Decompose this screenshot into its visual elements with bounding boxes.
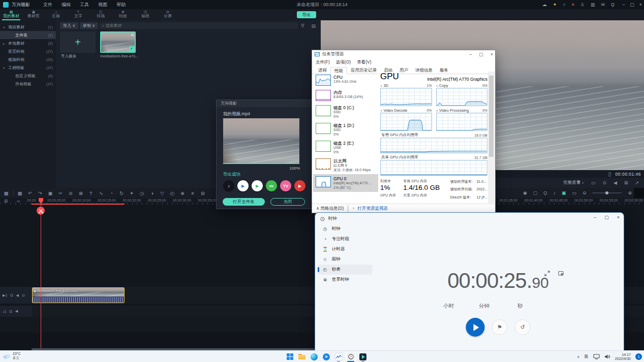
toolbar-right-icon[interactable]: Ϙ (543, 190, 547, 195)
track-header-icon[interactable]: ♪1 (3, 310, 6, 313)
collapse-details[interactable]: ∧ 简略信息(D) (316, 206, 344, 212)
track-header-icon[interactable]: ▶1 (3, 293, 7, 298)
toolbar-icon[interactable]: ▽ (159, 190, 165, 196)
toolbar-icon[interactable]: T (88, 190, 94, 196)
clock-nav-item[interactable]: ⊕ 世界时钟 (318, 275, 373, 285)
track-header-icon[interactable]: ◀ (16, 293, 19, 298)
menu-item[interactable]: 文件(F) (316, 59, 330, 65)
toolbar-right-icon[interactable]: ♪ (553, 190, 556, 195)
weather-widget[interactable]: 23°C 多云 (3, 352, 21, 360)
sidebar-item[interactable]: 视频样例 (20) (0, 55, 56, 63)
filmora-button[interactable] (357, 351, 369, 362)
minimize-button[interactable]: – (469, 50, 472, 58)
preview-icon[interactable]: ⊞ (624, 180, 628, 185)
ruler-left-icon[interactable]: ⊞ (4, 199, 8, 204)
toolbar-icon[interactable]: ↷ (37, 190, 43, 196)
toolbar-icon[interactable]: ↶ (27, 190, 33, 196)
perf-sidebar-item[interactable]: 内存 8.8/63.3 GB (14%) (313, 88, 378, 103)
track-header-icon[interactable]: Ω (9, 310, 12, 313)
close-button[interactable]: × (639, 0, 642, 9)
minimize-button[interactable]: – (594, 215, 596, 220)
titlebar-icon[interactable]: ♙ (580, 0, 585, 9)
perf-sidebar-item[interactable]: 磁盘 1 (D:) SSD 0% (313, 121, 378, 139)
perf-sidebar-item[interactable]: 以太网 以太网 6 发送: 0 接收: 16.0 Kbps (313, 156, 378, 174)
share-icon[interactable]: ▶ (237, 180, 249, 191)
sidebar-item[interactable]: ▾ 项目素材 (1) (0, 23, 56, 31)
toolbar-icon[interactable]: ↻ (118, 190, 125, 196)
network-icon[interactable] (593, 354, 600, 359)
pip-icon[interactable] (558, 271, 564, 276)
clock-nav-item[interactable]: ◴ 秒表 (318, 265, 373, 275)
share-icon[interactable]: TV (280, 180, 291, 191)
lap-flag-button[interactable]: ⚑ (492, 319, 508, 335)
sidebar-item[interactable]: ▸ 本地素材 (0) (0, 39, 56, 47)
perf-sidebar-item[interactable]: CPU 13% 4.61 GHz (313, 73, 378, 88)
preview-icon[interactable]: ⊙ (602, 180, 606, 185)
track-header-icon[interactable]: ◀ (15, 309, 18, 313)
sidebar-item[interactable]: 背景样例 (27) (0, 47, 56, 55)
asset-tab[interactable]: ▣ 素材库 (22, 9, 45, 20)
titlebar-icon[interactable]: Ϙ (611, 0, 615, 9)
export-button[interactable]: 导出 (297, 11, 316, 18)
clock-nav-item[interactable]: ◔ 专注时段 (318, 234, 373, 244)
perf-sidebar-item[interactable]: 磁盘 0 (C:) SSD 0% (313, 103, 378, 121)
share-icon[interactable]: ♪ (223, 180, 234, 191)
asset-tab[interactable]: ⊟ 分屏 (157, 9, 179, 20)
task-manager-button[interactable] (332, 351, 345, 362)
share-icon[interactable]: ▶ (294, 180, 305, 191)
filter-icon[interactable]: ∇ (301, 23, 304, 28)
toolbar-icon[interactable]: ▦ (17, 190, 23, 196)
notification-badge[interactable]: 1 (635, 353, 642, 360)
asset-tab[interactable]: T 文字 (67, 9, 89, 20)
menu-item[interactable]: 查看(V) (357, 59, 371, 65)
timeline-clip[interactable]: ▶ mediastorm-free-a7s2-013... (32, 287, 125, 303)
toolbar-icon[interactable]: ∿ (98, 190, 104, 196)
track-header-icon[interactable]: Ω (10, 293, 13, 297)
toolbar-right-icon[interactable]: ▭ (572, 190, 576, 195)
titlebar-icon[interactable]: ○ (563, 0, 565, 9)
maximize-button[interactable]: ▢ (604, 215, 609, 220)
preview-icon[interactable]: ▭ (591, 180, 596, 185)
toolbar-icon[interactable]: ⊕ (179, 190, 186, 196)
toolbar-icon[interactable]: ◑ (149, 190, 155, 196)
asset-tab[interactable]: ◳ 贴纸 (134, 9, 157, 20)
sidebar-item[interactable]: ▾ 工程模板 (37) (0, 63, 56, 72)
toolbar-icon[interactable]: ⊞ (78, 190, 84, 196)
toolbar-icon[interactable]: ◔ (108, 190, 114, 196)
mark-icon[interactable]: } (610, 172, 611, 177)
reset-button[interactable]: ↺ (515, 319, 531, 335)
import-button[interactable]: 导入 ∨ (60, 22, 78, 29)
maximize-button[interactable]: ▢ (479, 50, 483, 58)
toolbar-icon[interactable]: ▣ (47, 190, 53, 196)
asset-tab[interactable]: ◫ 转场 (89, 9, 112, 20)
grid-view-icon[interactable]: ▦ (3, 190, 9, 196)
file-explorer-button[interactable] (296, 351, 308, 362)
menu-item[interactable]: 工具 (80, 2, 89, 8)
close-button[interactable]: × (490, 50, 493, 58)
toolbar-icon[interactable]: ⊘ (68, 190, 74, 196)
menu-item[interactable]: 编辑 (62, 2, 71, 8)
playhead-line[interactable] (41, 198, 41, 348)
tray-clock[interactable]: 14:17 2022/9/30 (615, 353, 631, 361)
clock-nav-item[interactable]: ⍾ 闹钟 (318, 254, 373, 265)
asset-tab[interactable]: ✻ 特效 (112, 9, 134, 20)
perf-sidebar-item[interactable]: 磁盘 2 (E:) USB 0% (313, 139, 378, 156)
track-header-icon[interactable]: ⊙ (22, 293, 25, 298)
sidebar-item[interactable]: 所有模板 (37) (0, 80, 56, 88)
volume-icon[interactable] (604, 354, 610, 359)
preview-icon[interactable]: ↗ (635, 180, 639, 185)
close-dialog-button[interactable]: 关闭 (270, 198, 305, 206)
titlebar-icon[interactable]: ☁ (542, 0, 547, 9)
share-icon[interactable]: ▶ (252, 180, 263, 191)
record-button[interactable]: 录制 ∨ (80, 22, 98, 29)
clock-nav-item[interactable]: ⌛ 计时器 (318, 244, 373, 254)
titlebar-icon[interactable]: ✉ (601, 0, 605, 9)
preview-icon[interactable]: ◀ (614, 180, 617, 185)
toolbar-right-icon[interactable]: ▢ (533, 190, 538, 195)
start-button[interactable] (466, 318, 485, 337)
import-media-tile[interactable]: + (60, 31, 96, 53)
search-input[interactable] (106, 23, 296, 28)
perf-sidebar-item[interactable]: GPU 0 Intel(R) Arc(TM) A770 ... 1% (50 °… (313, 174, 378, 192)
media-clip-thumbnail[interactable]: ⧉ ✓ (100, 31, 136, 53)
ime-indicator[interactable]: 英 (584, 354, 589, 360)
